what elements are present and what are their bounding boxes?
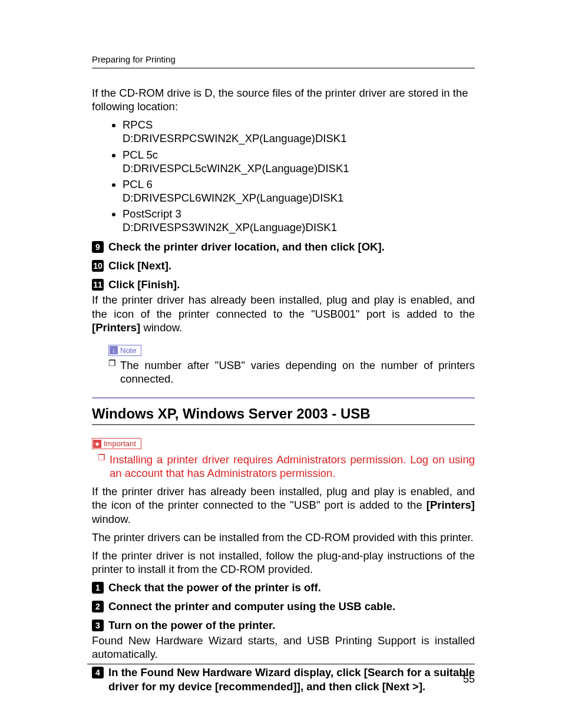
important-list: Installing a printer driver requires Adm… — [98, 453, 475, 480]
section-rule-top — [92, 397, 475, 398]
down-arrow-icon: ↓ — [110, 346, 118, 354]
intro-paragraph: If the CD-ROM drive is D, the source fil… — [92, 86, 475, 113]
step-number-icon: 2 — [92, 601, 104, 612]
step-number-icon: 3 — [92, 620, 104, 631]
step-9: 9 Check the printer driver location, and… — [92, 240, 475, 254]
step-11: 11 Click [Finish]. — [92, 278, 475, 292]
step-text: Click [Next]. — [108, 259, 171, 273]
step-number-icon: 10 — [92, 260, 104, 272]
xp-step-1: 1 Check that the power of the printer is… — [92, 581, 475, 595]
star-icon: ★ — [93, 440, 101, 448]
step-number-icon: 4 — [92, 667, 104, 678]
section-rule-bottom — [92, 424, 475, 425]
step-text: Check that the power of the printer is o… — [108, 581, 321, 595]
xp-para-1: If the printer driver has already been i… — [92, 485, 475, 525]
xp-step-3-body: Found New Hardware Wizard starts, and US… — [92, 634, 475, 661]
xp-step-4: 4 In the Found New Hardware Wizard displ… — [92, 666, 475, 694]
important-label: Important — [104, 439, 136, 448]
step-text: Click [Finish]. — [108, 278, 180, 292]
important-badge: ★ Important — [92, 438, 141, 449]
important-item: Installing a printer driver requires Adm… — [98, 453, 475, 480]
xp-para-2: The printer drivers can be installed fro… — [92, 531, 475, 544]
xp-para-3: If the printer driver is not installed, … — [92, 549, 475, 576]
step-text: In the Found New Hardware Wizard display… — [108, 666, 475, 694]
running-header: Preparing for Printing — [92, 54, 475, 64]
xp-step-3: 3 Turn on the power of the printer. — [92, 618, 475, 633]
driver-list: RPCS D:DRIVESRPCSWIN2K_XP(Language)DISK1… — [108, 118, 475, 234]
step-text: Check the printer driver location, and t… — [108, 240, 385, 254]
section-title: Windows XP, Windows Server 2003 - USB — [92, 406, 475, 422]
list-item: PCL 6 D:DRIVESPCL6WIN2K_XP(Language)DISK… — [123, 177, 475, 205]
note-label: Note — [120, 346, 136, 355]
footer-rule — [87, 664, 475, 664]
step-number-icon: 1 — [92, 582, 104, 594]
list-item: RPCS D:DRIVESRPCSWIN2K_XP(Language)DISK1 — [123, 118, 475, 145]
step-number-icon: 11 — [92, 279, 104, 291]
step-text: Turn on the power of the printer. — [108, 618, 275, 633]
step-11-body: If the printer driver has already been i… — [92, 293, 475, 334]
step-number-icon: 9 — [92, 241, 104, 253]
list-item: PCL 5c D:DRIVESPCL5cWIN2K_XP(Language)DI… — [123, 148, 475, 175]
step-10: 10 Click [Next]. — [92, 259, 475, 273]
note-item: The number after "USB" varies depending … — [108, 358, 475, 386]
step-text: Connect the printer and computer using t… — [108, 599, 395, 614]
header-rule — [92, 68, 475, 68]
note-list: The number after "USB" varies depending … — [108, 358, 475, 386]
note-badge: ↓ Note — [108, 345, 141, 356]
page-number: 55 — [463, 673, 475, 686]
list-item: PostScript 3 D:DRIVESPS3WIN2K_XP(Languag… — [123, 207, 475, 234]
xp-step-2: 2 Connect the printer and computer using… — [92, 599, 475, 614]
